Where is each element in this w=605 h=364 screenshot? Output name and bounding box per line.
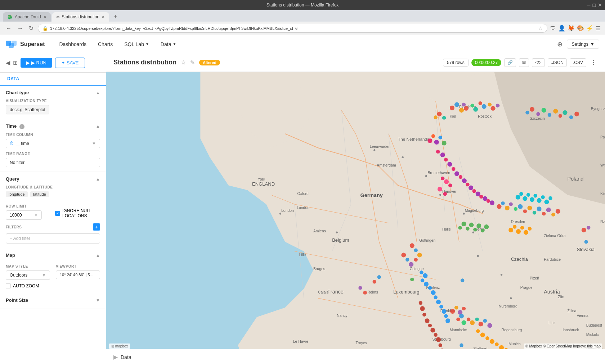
profile-icon[interactable]: 👤 (558, 25, 565, 32)
svg-text:Kielce: Kielce (600, 192, 605, 196)
svg-point-148 (556, 209, 560, 214)
nav-sqllab[interactable]: SQL Lab ▼ (118, 35, 155, 53)
nav-dashboards[interactable]: Dashboards (53, 35, 92, 53)
svg-point-220 (419, 301, 422, 305)
time-header[interactable]: Time i ▲ (6, 123, 100, 129)
back-button[interactable]: ← (4, 24, 13, 32)
svg-point-118 (442, 141, 447, 145)
save-button[interactable]: ✦ SAVE (55, 58, 85, 68)
time-info-icon[interactable]: i (19, 124, 24, 129)
filter-input[interactable]: + Add filter (6, 233, 100, 244)
nav-charts[interactable]: Charts (92, 35, 118, 53)
row-limit-input[interactable]: 10000 ▼ (6, 210, 42, 220)
longitude-tag[interactable]: longitude (6, 191, 28, 197)
data-arrow: ▼ (172, 42, 176, 46)
map-style-select[interactable]: Outdoors ▼ (6, 270, 50, 280)
tab-data[interactable]: DATA (0, 73, 27, 86)
chart-title: Stations distribution (113, 59, 176, 66)
point-size-header[interactable]: Point Size ▼ (6, 297, 100, 303)
svg-text:Plzeň: Plzeň (530, 276, 539, 280)
ignore-null-label: IGNORE NULL LOCATIONS (62, 208, 100, 218)
settings-button[interactable]: Settings ▼ (567, 40, 599, 49)
titlebar-controls[interactable]: ─ □ ✕ (587, 2, 602, 8)
header-right: ⊕ Settings ▼ (557, 40, 599, 49)
collapse-icon[interactable]: ◀ (6, 59, 10, 66)
time-column-select[interactable]: ⏱ __time ▼ (6, 139, 100, 148)
svg-text:Szczecin: Szczecin (530, 117, 545, 120)
query-header[interactable]: Query ▲ (6, 176, 100, 182)
svg-point-115 (431, 134, 435, 138)
chart-type-header[interactable]: Chart type ▲ (6, 90, 100, 95)
reload-button[interactable]: ↻ (27, 24, 35, 32)
map-style-arrow: ▼ (42, 273, 46, 278)
svg-point-221 (420, 306, 425, 311)
extension-icon-1[interactable]: 🦊 (568, 25, 575, 32)
forward-button[interactable]: → (16, 24, 24, 32)
tab-favicon-stations: ∞ (57, 14, 60, 19)
menu-icon[interactable]: ☰ (596, 25, 601, 32)
viewport-value[interactable]: 10° 24' 49.86" | 5... (56, 270, 100, 279)
tab-close-stations[interactable]: ✕ (102, 15, 105, 19)
svg-point-190 (431, 290, 436, 295)
data-toggle-icon[interactable]: ▶ (113, 354, 118, 360)
svg-point-108 (548, 113, 551, 117)
map-copyright: © Mapbox © OpenStreetMap Improve this ma… (524, 343, 602, 349)
svg-point-200 (462, 307, 466, 310)
svg-text:Rzeszów: Rzeszów (600, 220, 605, 224)
svg-text:Budapest: Budapest (586, 323, 602, 327)
time-range-select[interactable]: No filter (6, 158, 100, 167)
svg-point-163 (524, 230, 528, 235)
extension-icon-3[interactable]: ⚡ (586, 25, 593, 32)
code-button[interactable]: </> (532, 58, 544, 67)
auto-zoom-row: AUTO ZOOM (6, 283, 100, 288)
svg-point-227 (436, 337, 441, 342)
chart-type-section: Chart type ▲ VISUALIZATION TYPE deck.gl … (0, 86, 106, 119)
close-icon[interactable]: ✕ (598, 2, 602, 8)
viz-type-value[interactable]: deck.gl Scatterplot (6, 105, 49, 114)
auto-zoom-checkbox[interactable] (6, 283, 11, 288)
tab-stations-distribution[interactable]: ∞ Stations distribution ✕ (52, 12, 109, 22)
svg-point-203 (461, 320, 466, 325)
grid-icon[interactable]: ⊞ (13, 59, 18, 66)
svg-point-208 (483, 319, 487, 323)
json-button[interactable]: .JSON (548, 58, 567, 67)
svg-point-165 (458, 226, 462, 229)
maximize-icon[interactable]: □ (593, 2, 596, 8)
rows-badge: 579 rows (443, 59, 469, 67)
svg-text:Czechia: Czechia (511, 256, 528, 262)
chart-actions: 579 rows 00:00:00.27 🔗 ✉ </> .JSON .CSV … (443, 58, 598, 67)
svg-point-128 (469, 186, 473, 190)
star-icon[interactable]: ☆ (538, 26, 543, 31)
svg-text:Wrocław: Wrocław (600, 163, 605, 167)
sidebar: ◀ ⊞ ▶ ▶ RUN ✦ SAVE DATA Chart type (0, 53, 106, 364)
extension-icon-2[interactable]: 🎨 (577, 25, 584, 32)
nav-data[interactable]: Data ▼ (155, 35, 182, 53)
more-actions-icon[interactable]: ⋮ (589, 58, 598, 67)
run-button[interactable]: ▶ ▶ RUN (21, 58, 52, 68)
link-button[interactable]: 🔗 (504, 58, 516, 67)
email-button[interactable]: ✉ (519, 58, 529, 67)
svg-point-129 (472, 189, 476, 193)
svg-point-104 (525, 111, 529, 114)
tab-apache-druid[interactable]: 🐉 Apache Druid ✕ (3, 12, 51, 22)
svg-text:London: London (281, 209, 294, 213)
new-tab-button[interactable]: + (111, 13, 120, 22)
map-container[interactable]: Germany Belgium France Luxembourg Poland… (106, 72, 605, 364)
mapbox-logo: ⊞ mapbox (109, 343, 130, 349)
address-input[interactable]: 🔒 172.18.0.4:32251/superset/explore/?for… (38, 24, 547, 33)
ignore-null-checkbox[interactable]: ✓ (55, 211, 60, 216)
address-bar: ← → ↻ 🔒 172.18.0.4:32251/superset/explor… (0, 22, 605, 35)
edit-chart-icon[interactable]: ✎ (190, 59, 195, 66)
star-chart-icon[interactable]: ☆ (181, 59, 186, 66)
add-icon[interactable]: ⊕ (557, 40, 563, 48)
latitude-tag[interactable]: latitude (30, 191, 49, 197)
minimize-icon[interactable]: ─ (587, 2, 591, 8)
svg-point-207 (479, 322, 483, 326)
shield-icon[interactable]: 🛡 (550, 25, 556, 32)
altered-badge: Altered (199, 60, 220, 65)
svg-point-158 (548, 196, 552, 200)
map-header[interactable]: Map ▲ (6, 252, 100, 258)
add-filter-button[interactable]: + (93, 223, 100, 231)
csv-button[interactable]: .CSV (570, 58, 586, 67)
tab-close-apache[interactable]: ✕ (43, 15, 46, 19)
